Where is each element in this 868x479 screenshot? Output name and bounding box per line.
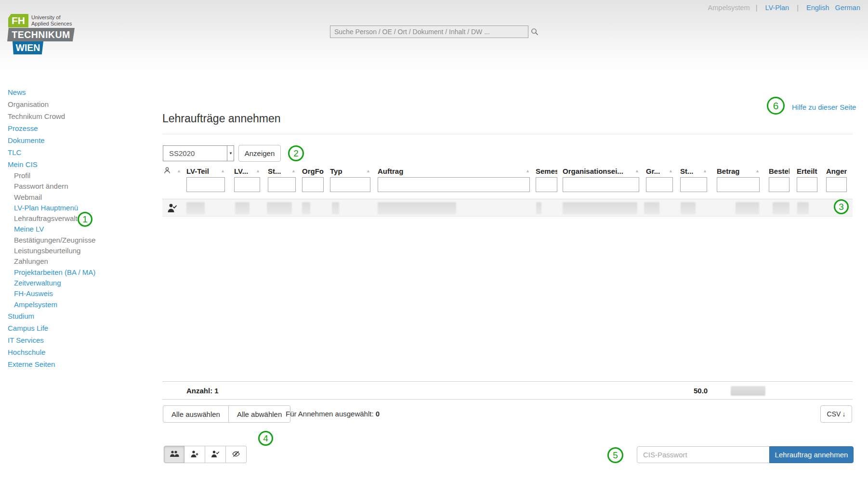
column-header-gr[interactable]: Gr...▲ xyxy=(646,167,673,175)
sidebar-item-it-services[interactable]: IT Services xyxy=(8,334,152,346)
filter-st1[interactable] xyxy=(268,177,296,192)
filter-organisationseinheit[interactable] xyxy=(563,177,639,192)
sidebar-item-technikum-crowd[interactable]: Technikum Crowd xyxy=(8,110,152,122)
divider xyxy=(162,134,853,134)
person-check-icon[interactable] xyxy=(167,203,178,215)
column-header-typ[interactable]: Typ▲ xyxy=(330,167,370,175)
sidebar-item-passwort-aendern[interactable]: Passwort ändern xyxy=(8,181,152,192)
filter-st2[interactable] xyxy=(680,177,707,192)
column-angenommen: Angen xyxy=(826,167,847,192)
sidebar-item-externe-seiten[interactable]: Externe Seiten xyxy=(8,358,152,370)
logo-fh-box: FH xyxy=(8,14,28,27)
select-button-group: Alle auswählen Alle abwählen xyxy=(163,405,290,423)
redacted-cell xyxy=(797,202,809,214)
annotation-circle-4: 4 xyxy=(258,431,273,446)
cis-password-input[interactable] xyxy=(637,446,770,463)
sidebar-item-dokumente[interactable]: Dokumente xyxy=(8,134,152,146)
column-header-auftrag[interactable]: Auftrag▲ xyxy=(378,167,530,175)
column-lv: LV...▲ xyxy=(234,167,260,192)
row-count: Anzahl: 1 xyxy=(186,382,219,400)
column-header-lv-teil[interactable]: LV-Teil▲ xyxy=(186,167,225,175)
all-persons-button[interactable] xyxy=(164,446,184,463)
view-filter-button-group xyxy=(164,446,247,463)
filter-gr[interactable] xyxy=(646,177,673,192)
sidebar-item-ampelsystem[interactable]: Ampelsystem xyxy=(8,299,152,310)
filter-lv-teil[interactable] xyxy=(186,177,225,192)
person-add-icon xyxy=(190,450,199,459)
column-header-st1[interactable]: St...▲ xyxy=(268,167,296,175)
semester-select[interactable]: SS2020 ▼ xyxy=(163,145,234,161)
column-orgform: OrgFo xyxy=(302,167,324,192)
column-lv-teil: LV-Teil▲ xyxy=(186,167,225,192)
filter-typ[interactable] xyxy=(330,177,370,192)
filter-bestellt[interactable] xyxy=(769,177,789,192)
table-row[interactable] xyxy=(162,199,853,217)
sidebar-item-webmail[interactable]: Webmail xyxy=(8,192,152,203)
sidebar-item-profil[interactable]: Profil xyxy=(8,170,152,181)
filter-orgform[interactable] xyxy=(302,177,324,192)
column-header-semester[interactable]: Semes xyxy=(536,167,557,175)
selected-count-value: 0 xyxy=(376,410,380,418)
deselect-all-button[interactable]: Alle abwählen xyxy=(229,405,290,423)
eye-off-button[interactable] xyxy=(226,446,247,463)
sidebar-item-studium[interactable]: Studium xyxy=(8,310,152,322)
sidebar-item-projektarbeiten[interactable]: Projektarbeiten (BA / MA) xyxy=(8,267,152,278)
redacted-cell xyxy=(267,202,292,214)
sort-icon: ▲ xyxy=(703,168,707,173)
fh-technikum-wien-logo: FH University of Applied Sciences TECHNI… xyxy=(8,13,105,56)
sidebar-item-meine-lv[interactable]: Meine LV xyxy=(8,224,152,234)
sidebar-item-fh-ausweis[interactable]: FH-Ausweis xyxy=(8,288,152,299)
column-betrag: Betrag▲ xyxy=(717,167,760,192)
column-st2: St...▲ xyxy=(680,167,707,192)
sidebar-item-news[interactable]: News xyxy=(8,86,152,98)
selected-count-label: Für Annehmen ausgewählt: 0 xyxy=(286,410,380,418)
sidebar-item-mein-cis[interactable]: Mein CIS xyxy=(8,158,152,170)
filter-angenommen[interactable] xyxy=(826,177,847,192)
column-typ: Typ▲ xyxy=(330,167,370,192)
sort-icon: ▲ xyxy=(366,168,370,173)
redacted-cell xyxy=(681,202,696,214)
accept-assignment-button[interactable]: Lehrauftrag annehmen xyxy=(769,446,854,463)
redacted-cell xyxy=(332,202,339,214)
chevron-down-icon: ▼ xyxy=(229,151,233,155)
column-header-bestellt[interactable]: Bestel xyxy=(769,167,789,175)
show-button[interactable]: Anzeigen xyxy=(238,145,281,162)
column-header-lv[interactable]: LV...▲ xyxy=(234,167,260,175)
person-add-button[interactable] xyxy=(184,446,205,463)
select-all-button[interactable]: Alle auswählen xyxy=(163,405,229,423)
sidebar-item-tlc[interactable]: TLC xyxy=(8,146,152,158)
sidebar-item-lv-plan-hauptmenu[interactable]: LV-Plan Hauptmenü xyxy=(8,203,152,213)
sidebar-item-hochschule[interactable]: Hochschule xyxy=(8,346,152,358)
column-header-select[interactable]: ▲ xyxy=(164,167,181,175)
sidebar-item-zahlungen[interactable]: Zahlungen xyxy=(8,256,152,267)
sidebar-item-prozesse[interactable]: Prozesse xyxy=(8,122,152,134)
filter-betrag[interactable] xyxy=(717,177,760,192)
redacted-cell xyxy=(736,202,759,214)
csv-export-button[interactable]: CSV↓ xyxy=(820,405,852,423)
sidebar-item-zeitverwaltung[interactable]: Zeitverwaltung xyxy=(8,278,152,288)
redacted-sum xyxy=(731,386,765,396)
filter-auftrag[interactable] xyxy=(378,177,530,192)
help-link[interactable]: Hilfe zu dieser Seite xyxy=(792,103,856,111)
sidebar-item-bestaetigungen[interactable]: Bestätigungen/Zeugnisse xyxy=(8,235,152,246)
column-header-orgform[interactable]: OrgFo xyxy=(302,167,324,175)
sum-value: 50.0 xyxy=(694,382,708,400)
sidebar-item-leistungsbeurteilung[interactable]: Leistungsbeurteilung xyxy=(8,246,152,256)
person-check-button[interactable] xyxy=(205,446,226,463)
column-header-st2[interactable]: St...▲ xyxy=(680,167,707,175)
redacted-cell xyxy=(644,202,659,214)
redacted-cell xyxy=(378,202,456,214)
filter-semester[interactable] xyxy=(536,177,557,192)
sidebar-item-campus-life[interactable]: Campus Life xyxy=(8,322,152,334)
sort-icon: ▲ xyxy=(755,168,760,173)
filter-lv[interactable] xyxy=(234,177,260,192)
logo-wien-box: WIEN xyxy=(13,41,43,54)
logo-technikum-box: TECHNIKUM xyxy=(7,28,75,41)
column-header-betrag[interactable]: Betrag▲ xyxy=(717,167,760,175)
sidebar-item-organisation[interactable]: Organisation xyxy=(8,98,152,110)
column-header-erteilt[interactable]: Erteilt xyxy=(797,167,817,175)
filter-erteilt[interactable] xyxy=(797,177,817,192)
column-header-angenommen[interactable]: Angen xyxy=(826,167,847,175)
logo-university-text: University of Applied Sciences xyxy=(31,14,72,26)
column-header-organisationseinheit[interactable]: Organisationsei...▲ xyxy=(563,167,639,175)
